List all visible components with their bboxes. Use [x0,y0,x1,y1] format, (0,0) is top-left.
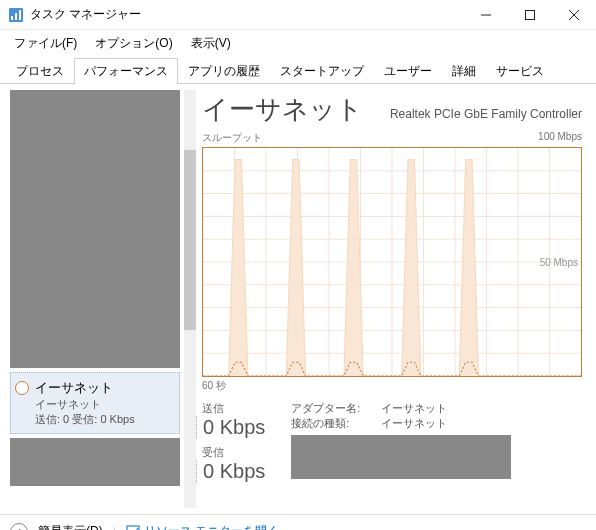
close-button[interactable] [552,0,596,30]
tab-startup[interactable]: スタートアップ [270,58,374,84]
svg-rect-3 [19,10,21,20]
chart-label-throughput: スループット [202,131,262,145]
recv-label: 受信 [202,445,265,460]
tab-processes[interactable]: プロセス [6,58,74,84]
main-panel: イーサネット Realtek PCIe GbE Family Controlle… [192,84,596,514]
sidebar-item-subtitle: イーサネット [35,397,135,412]
sidebar-redacted-bottom [10,438,180,486]
tab-services[interactable]: サービス [486,58,554,84]
recv-value: 0 Kbps [196,460,265,483]
tab-performance[interactable]: パフォーマンス [74,58,178,84]
conn-type-label: 接続の種類: [291,416,381,431]
send-value: 0 Kbps [196,416,265,439]
window-title: タスク マネージャー [30,6,464,23]
sidebar: イーサネット イーサネット 送信: 0 受信: 0 Kbps [0,84,192,514]
resmon-icon [126,525,140,531]
footer: ∧ 簡易表示(D) | リソース モニターを開く [0,514,596,530]
page-title: イーサネット [202,92,363,127]
adapter-name-label: アダプター名: [291,401,381,416]
simple-view-button[interactable]: 簡易表示(D) [38,523,103,530]
tab-bar: プロセス パフォーマンス アプリの履歴 スタートアップ ユーザー 詳細 サービス [0,57,596,84]
chart-label-max: 100 Mbps [538,131,582,145]
sidebar-item-detail: 送信: 0 受信: 0 Kbps [35,412,135,427]
details-redacted [291,435,511,479]
chart-label-mid: 50 Mbps [540,257,578,268]
chart-x-axis-label: 60 秒 [202,379,582,393]
sidebar-item-title: イーサネット [35,379,135,397]
tab-details[interactable]: 詳細 [442,58,486,84]
svg-rect-1 [11,16,13,20]
adapter-description: Realtek PCIe GbE Family Controller [390,107,582,121]
collapse-icon[interactable]: ∧ [10,523,28,531]
throughput-chart: 50 Mbps [202,147,582,377]
tab-app-history[interactable]: アプリの履歴 [178,58,270,84]
ethernet-icon [15,381,29,395]
menu-file[interactable]: ファイル(F) [6,32,85,55]
resource-monitor-link[interactable]: リソース モニターを開く [126,523,279,530]
sidebar-redacted-top [10,90,180,368]
svg-rect-5 [526,10,535,19]
titlebar: タスク マネージャー [0,0,596,30]
adapter-name-value: イーサネット [381,402,447,414]
menu-options[interactable]: オプション(O) [87,32,180,55]
menu-bar: ファイル(F) オプション(O) 表示(V) [0,30,596,57]
send-label: 送信 [202,401,265,416]
tab-users[interactable]: ユーザー [374,58,442,84]
minimize-button[interactable] [464,0,508,30]
menu-view[interactable]: 表示(V) [183,32,239,55]
maximize-button[interactable] [508,0,552,30]
sidebar-item-ethernet[interactable]: イーサネット イーサネット 送信: 0 受信: 0 Kbps [10,372,180,434]
app-icon [8,7,24,23]
conn-type-value: イーサネット [381,417,447,429]
svg-rect-2 [15,13,17,20]
content: イーサネット イーサネット 送信: 0 受信: 0 Kbps イーサネット Re… [0,84,596,514]
